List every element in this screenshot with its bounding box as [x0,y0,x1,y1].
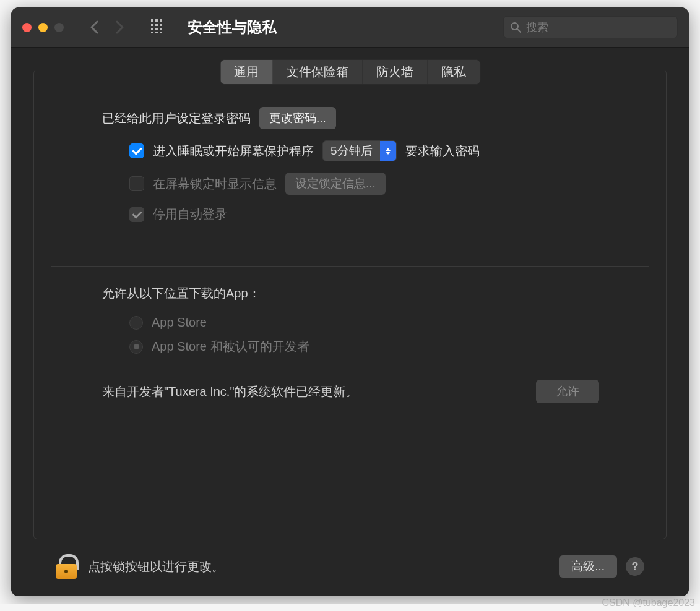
section-divider [51,266,649,267]
require-password-row: 进入睡眠或开始屏幕保护程序 5分钟后 要求输入密码 [129,140,636,161]
tab-general[interactable]: 通用 [220,60,273,84]
page-title: 安全性与隐私 [188,17,277,37]
watermark: CSDN @tubage2023 [602,597,695,604]
preferences-window: 安全性与隐私 搜索 通用 文件保险箱 防火墙 隐私 已经给此用户设定登录密码 更… [11,7,689,596]
lock-icon[interactable] [56,554,77,579]
svg-rect-5 [160,24,162,26]
select-stepper-icon [380,141,396,161]
show-lock-message-checkbox[interactable] [129,176,144,191]
svg-rect-0 [151,19,153,22]
body: 通用 文件保险箱 防火墙 隐私 已经给此用户设定登录密码 更改密码... 进入睡… [11,48,689,596]
close-window-button[interactable] [22,23,32,32]
tab-privacy[interactable]: 隐私 [428,60,480,84]
svg-rect-11 [160,32,162,33]
svg-rect-6 [151,28,153,30]
radio-button-app-store-identified [129,340,143,354]
allow-button[interactable]: 允许 [536,380,599,403]
password-set-label: 已经给此用户设定登录密码 [102,110,251,127]
download-section: 允许从以下位置下载的App： App Store App Store 和被认可的… [34,285,666,403]
svg-rect-10 [155,32,158,33]
developer-notice-row: 来自开发者"Tuxera Inc."的系统软件已经更新。 允许 [102,380,636,403]
show-lock-message-row: 在屏幕锁定时显示信息 设定锁定信息... [129,173,636,195]
show-lock-message-label: 在屏幕锁定时显示信息 [153,176,277,192]
require-password-delay-select[interactable]: 5分钟后 [322,140,397,161]
search-field[interactable]: 搜索 [503,16,678,38]
show-all-icon[interactable] [150,19,165,36]
radio-app-store-identified[interactable]: App Store 和被认可的开发者 [129,338,636,355]
tab-filevault[interactable]: 文件保险箱 [273,60,363,84]
svg-rect-2 [160,19,162,22]
toolbar: 安全性与隐私 搜索 [11,7,689,48]
radio-app-store[interactable]: App Store [129,315,636,330]
require-password-delay-value: 5分钟后 [323,143,380,159]
nav-buttons [90,20,124,34]
back-button[interactable] [90,20,98,34]
svg-rect-4 [155,24,158,26]
tab-firewall[interactable]: 防火墙 [363,60,428,84]
svg-line-13 [517,29,521,32]
password-set-row: 已经给此用户设定登录密码 更改密码... [102,107,636,129]
general-content: 已经给此用户设定登录密码 更改密码... 进入睡眠或开始屏幕保护程序 5分钟后 … [34,92,666,223]
disable-auto-login-checkbox[interactable] [129,207,144,222]
footer: 点按锁按钮以进行更改。 高级... ? [33,539,667,596]
lock-hint-text: 点按锁按钮以进行更改。 [88,558,224,575]
disable-auto-login-row: 停用自动登录 [129,206,636,223]
search-placeholder: 搜索 [526,20,548,35]
search-icon [510,22,521,33]
advanced-button[interactable]: 高级... [559,555,617,578]
download-title: 允许从以下位置下载的App： [102,285,636,302]
svg-rect-7 [155,28,158,30]
svg-rect-3 [151,24,153,26]
forward-button[interactable] [116,20,124,34]
disable-auto-login-label: 停用自动登录 [153,206,227,223]
svg-rect-9 [151,32,153,33]
minimize-window-button[interactable] [38,23,48,32]
window-controls [22,23,64,32]
radio-label-app-store-identified: App Store 和被认可的开发者 [152,338,309,355]
require-password-label-after: 要求输入密码 [405,143,480,160]
tab-bar: 通用 文件保险箱 防火墙 隐私 [220,59,480,85]
help-button[interactable]: ? [626,557,644,576]
svg-rect-1 [155,19,158,22]
change-password-button[interactable]: 更改密码... [259,107,336,129]
zoom-window-button[interactable] [54,23,64,32]
radio-label-app-store: App Store [152,315,207,330]
developer-notice-text: 来自开发者"Tuxera Inc."的系统软件已经更新。 [102,383,358,400]
svg-rect-8 [160,28,162,30]
require-password-label-before: 进入睡眠或开始屏幕保护程序 [153,143,314,160]
require-password-checkbox[interactable] [129,143,144,158]
radio-button-app-store [129,316,143,330]
main-panel: 通用 文件保险箱 防火墙 隐私 已经给此用户设定登录密码 更改密码... 进入睡… [33,70,667,539]
set-lock-message-button[interactable]: 设定锁定信息... [285,173,386,195]
